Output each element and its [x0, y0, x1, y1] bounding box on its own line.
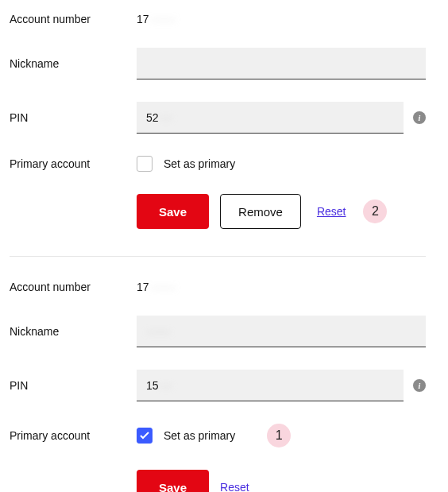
account-number-label: Account number — [10, 13, 137, 25]
set-as-primary-text: Set as primary — [164, 157, 235, 170]
primary-checkbox[interactable] — [137, 156, 153, 172]
account-number-masked: ········ — [151, 13, 176, 25]
pin-row: PIN 15 ···· i — [10, 370, 426, 401]
nickname-masked: ········ — [146, 325, 171, 338]
info-icon[interactable]: i — [413, 379, 426, 392]
nickname-label: Nickname — [10, 57, 137, 70]
remove-button[interactable]: Remove — [220, 194, 301, 229]
divider — [10, 256, 426, 257]
pin-label: PIN — [10, 111, 137, 124]
nickname-input[interactable] — [137, 48, 426, 79]
save-button[interactable]: Save — [137, 194, 209, 229]
primary-account-row: Primary account Set as primary 1 — [10, 424, 426, 447]
nickname-row: Nickname — [10, 48, 426, 79]
pin-prefix: 15 — [146, 379, 159, 392]
account-number-value: 17 ········ — [137, 13, 426, 25]
save-button[interactable]: Save — [137, 470, 209, 492]
actions-row: Save Remove Reset 2 — [10, 194, 426, 229]
account-number-row: Account number 17 ········ — [10, 281, 426, 293]
primary-account-row: Primary account Set as primary — [10, 156, 426, 172]
primary-account-label: Primary account — [10, 157, 137, 170]
info-icon[interactable]: i — [413, 111, 426, 124]
step-badge: 1 — [267, 424, 291, 447]
primary-checkbox[interactable] — [137, 428, 153, 444]
nickname-input[interactable]: ········ — [137, 316, 426, 347]
pin-prefix: 52 — [146, 111, 159, 124]
account-block: Account number 17 ········ Nickname PIN … — [10, 13, 426, 229]
account-number-row: Account number 17 ········ — [10, 13, 426, 25]
account-number-value: 17 ········ — [137, 281, 426, 293]
pin-label: PIN — [10, 379, 137, 392]
account-number-prefix: 17 — [137, 281, 149, 293]
reset-link[interactable]: Reset — [317, 205, 346, 218]
nickname-label: Nickname — [10, 325, 137, 338]
account-number-label: Account number — [10, 281, 137, 293]
account-number-masked: ········ — [151, 281, 176, 293]
pin-input[interactable]: 52 ···· — [137, 102, 404, 134]
nickname-row: Nickname ········ — [10, 316, 426, 347]
reset-link[interactable]: Reset — [220, 481, 249, 492]
pin-input[interactable]: 15 ···· — [137, 370, 404, 401]
pin-row: PIN 52 ···· i — [10, 102, 426, 134]
pin-masked: ···· — [160, 111, 173, 124]
step-badge: 2 — [363, 200, 387, 223]
account-block: Account number 17 ········ Nickname ····… — [10, 281, 426, 492]
account-number-prefix: 17 — [137, 13, 149, 25]
set-as-primary-text: Set as primary — [164, 429, 235, 442]
actions-row: Save Reset — [10, 470, 426, 492]
pin-masked: ···· — [160, 379, 173, 392]
primary-account-label: Primary account — [10, 429, 137, 442]
